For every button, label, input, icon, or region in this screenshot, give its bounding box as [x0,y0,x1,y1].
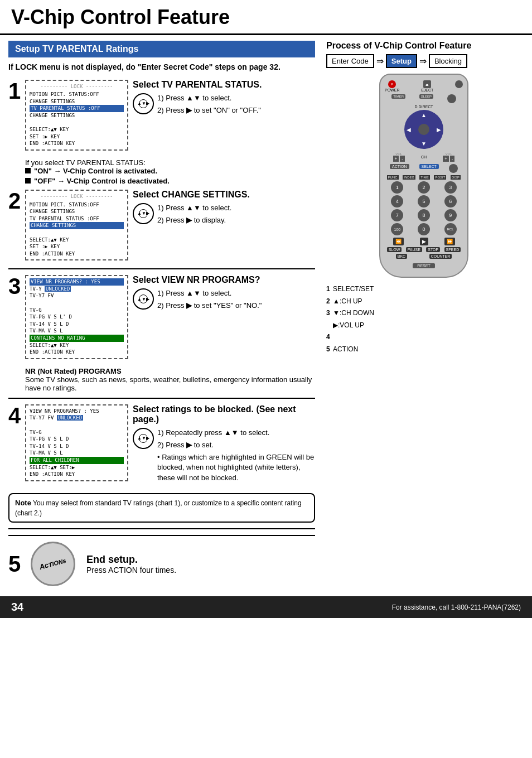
transport-row-2: SLOW PAUSE STOP SPEED [385,247,463,252]
legend-3: 3 ▼:CH DOWN [326,307,521,320]
nr-section: NR (Not Rated) PROGRAMS Some TV shows, s… [25,367,315,392]
btn-6[interactable]: 6 [444,195,457,207]
legend-3b-text: ▶:VOL UP [333,320,364,332]
counter-btn[interactable]: COUNTER [429,254,452,259]
eject-btn[interactable]: ⏏ [423,80,431,88]
step-3-instructions: Select VIEW NR PROGRAMS? ▲▼▶ 1) Press ▲▼… [133,275,315,313]
vol-up-btn[interactable]: + [393,156,399,162]
time-btn[interactable]: TIME [419,175,429,180]
legend-2: 2 ▲:CH UP [326,296,521,308]
btn-4[interactable]: 4 [391,195,403,207]
step-1-remote-icon: ▲▼▶ [133,93,154,114]
index-btn[interactable]: INDEX [403,175,415,180]
btn-2[interactable]: 2 [418,181,430,194]
left-column: Setup TV PARENTAL Ratings If LOCK menu i… [8,41,321,591]
legend-3b: ▶:VOL UP [326,320,521,332]
step-1-inst-1: 1) Press ▲▼ to select. [157,93,261,103]
step-1-inst-2: 2) Press ▶ to set "ON" or "OFF." [157,105,261,115]
step-4-screen: VIEW NR PROGRAMS? : YES TV-Y7 FV UNLOCKE… [25,404,128,481]
ch-up-btn[interactable]: + [443,156,449,162]
func-btn-1[interactable]: FUNC [387,175,399,180]
step-5-number: 5 [8,553,25,575]
ch-timer-btn[interactable] [447,94,456,103]
sleep-btn[interactable]: SLEEP [419,94,433,99]
play-btn[interactable]: ▶ [420,238,428,245]
step-1-number: 1 [8,80,25,102]
step-2-screen: --------- LOCK --------- MOTION PICT. ST… [25,190,128,260]
bkc-btn[interactable]: BKC [396,254,407,259]
slow-btn[interactable]: SLOW [387,247,402,252]
ffwd-btn[interactable]: ⏩ [444,238,455,245]
misc-btn-2[interactable] [449,164,458,173]
step-1-title: Select TV PARENTAL STATUS. [133,80,315,90]
step-4: 4 VIEW NR PROGRAMS? : YES TV-Y7 FV UNLOC… [8,404,315,485]
step-4-number: 4 [8,404,25,427]
help-text: For assistance, call 1-800-211-PANA(7262… [392,603,521,611]
ddirect-label: D.DIRECT [385,105,463,109]
remote-legend: 1 SELECT/SET 2 ▲:CH UP 3 ▼:CH DOWN ▶:VOL… [326,283,521,356]
vol-ch-row: VOL + - CH VOL + - [385,152,463,162]
step-2-remote-icon: ▲▼▶ [133,203,154,224]
btn-100[interactable]: 100 [391,223,403,235]
step-4-content: VIEW NR PROGRAMS? : YES TV-Y7 FV UNLOCKE… [25,404,315,485]
small-btn-row: FUNC INDEX TIME POSIT DISP [385,175,463,180]
step-3-content: VIEW NR PROGRAMS? : YES TV-Y UNLOCKED TV… [25,275,315,359]
btn-7[interactable]: 7 [391,209,403,221]
btn-3[interactable]: 3 [444,181,457,194]
step-1-screen: --------- LOCK --------- MOTION PICT. ST… [25,80,128,151]
position-btn[interactable]: POSIT [434,175,446,180]
vol-dn-btn[interactable]: - [400,156,405,162]
misc-btn-1[interactable] [455,80,463,88]
step-2: 2 --------- LOCK --------- MOTION PICT. … [8,190,315,260]
power-btn[interactable]: P [388,80,396,88]
btn-9[interactable]: 9 [444,209,457,221]
ch-dn-btn[interactable]: - [450,156,455,162]
btn-recall[interactable]: RCL [444,223,457,235]
step-5-title: End setup. [86,554,176,566]
step-3-remote-icon: ▲▼▶ [133,288,154,310]
action-btn[interactable]: ACTION [390,164,409,169]
intro-text: If LOCK menu is not displayed, do "Enter… [8,62,315,73]
legend-5-text: ACTION [333,344,358,356]
pause-btn[interactable]: PAUSE [406,247,422,252]
on-note: "ON" → V-Chip Control is activated. [25,167,315,175]
parental-notes: If you select TV PARENTAL STATUS: "ON" →… [25,158,315,185]
rewind-btn[interactable]: ⏪ [393,238,404,245]
nav-up[interactable]: ▲ [421,112,427,118]
step-2-number: 2 [8,190,25,212]
note-text: You may select from standard TV ratings … [15,499,302,518]
nav-right[interactable]: ▶ [437,127,441,133]
note-label: Note [15,499,31,507]
btn-0[interactable]: 0 [418,223,430,235]
nr-title: NR (Not Rated) PROGRAMS [25,367,315,375]
reset-btn[interactable]: RESET [413,263,434,268]
right-column: Process of V-Chip Control Feature Enter … [321,41,521,591]
action-label: AcTIONs [38,556,67,572]
process-step-blocking: Blocking [429,54,467,68]
step-2-instructions: Select CHANGE SETTINGS. ▲▼▶ 1) Press ▲▼ … [133,190,315,228]
bottom-row: BKC COUNTER [385,254,463,259]
numpad: 1 2 3 4 5 6 7 8 9 100 0 RCL [385,181,463,235]
btn-1[interactable]: 1 [391,181,403,194]
step-4-instructions: Select ratings to be blocked. (See next … [133,404,315,485]
nav-down[interactable]: ▼ [421,141,427,147]
step-4-inst-2: 2) Press ▶ to set. [157,440,315,450]
stop-btn[interactable]: STOP [426,247,440,252]
remote-body: P POWER ⏏ EJECT TIMER SLEEP [379,74,468,278]
step-3-number: 3 [8,275,25,297]
btn-8[interactable]: 8 [418,209,430,221]
select-btn[interactable]: SELECT [419,164,439,169]
action-select-row: ACTION SELECT [385,164,463,173]
nav-select[interactable] [418,124,429,135]
display-btn[interactable]: DISP [451,175,461,180]
speed-btn[interactable]: SPEED [444,247,461,252]
btn-5[interactable]: 5 [418,195,430,207]
step-5-instructions: End setup. Press ACTION four times. [86,554,176,574]
nr-text: Some TV shows, such as news, sports, wea… [25,375,315,392]
transport-row: ⏪ ▶ ⏩ [385,238,463,245]
nav-circle: ▲ ▼ ◀ ▶ [404,110,443,149]
step-3: 3 VIEW NR PROGRAMS? : YES TV-Y UNLOCKED … [8,275,315,359]
page-number: 34 [11,601,23,614]
timer-btn[interactable]: TIMER [391,94,405,99]
nav-left[interactable]: ◀ [407,127,411,133]
